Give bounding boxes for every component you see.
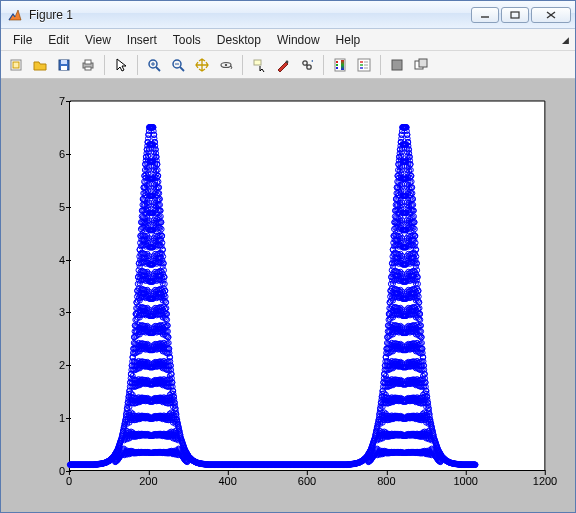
svg-rect-10 bbox=[85, 60, 91, 64]
print-button[interactable] bbox=[77, 54, 99, 76]
zoom-in-button[interactable] bbox=[143, 54, 165, 76]
svg-rect-1 bbox=[511, 12, 519, 18]
dock-chevron-icon[interactable]: ◢ bbox=[562, 29, 569, 50]
zoom-out-icon bbox=[170, 57, 186, 73]
pointer-button[interactable] bbox=[110, 54, 132, 76]
window-controls bbox=[471, 7, 571, 23]
data-cursor-button[interactable] bbox=[248, 54, 270, 76]
xtick: 1000 bbox=[453, 475, 477, 487]
ytick: 6 bbox=[47, 148, 65, 160]
titlebar: Figure 1 bbox=[1, 1, 575, 29]
xtick: 800 bbox=[377, 475, 395, 487]
minimize-button[interactable] bbox=[471, 7, 499, 23]
pan-button[interactable] bbox=[191, 54, 213, 76]
toolbar-separator bbox=[242, 55, 243, 75]
svg-line-13 bbox=[156, 67, 160, 71]
rotate-3d-button[interactable] bbox=[215, 54, 237, 76]
plot-series bbox=[70, 101, 545, 470]
svg-point-20 bbox=[225, 63, 227, 65]
menu-edit[interactable]: Edit bbox=[40, 29, 77, 50]
save-icon bbox=[56, 57, 72, 73]
new-figure-icon bbox=[8, 57, 24, 73]
ytick: 0 bbox=[47, 465, 65, 477]
show-tools-button[interactable] bbox=[410, 54, 432, 76]
hide-tools-icon bbox=[389, 57, 405, 73]
xtick: 600 bbox=[298, 475, 316, 487]
xtick: 0 bbox=[66, 475, 72, 487]
zoom-out-button[interactable] bbox=[167, 54, 189, 76]
close-icon bbox=[546, 11, 556, 19]
menu-file[interactable]: File bbox=[5, 29, 40, 50]
toolbar-separator bbox=[137, 55, 138, 75]
maximize-icon bbox=[510, 11, 520, 19]
ytick: 3 bbox=[47, 306, 65, 318]
brush-button[interactable] bbox=[272, 54, 294, 76]
matlab-icon bbox=[7, 7, 23, 23]
save-button[interactable] bbox=[53, 54, 75, 76]
window-title: Figure 1 bbox=[29, 8, 465, 22]
link-button[interactable] bbox=[296, 54, 318, 76]
toolbar-separator bbox=[380, 55, 381, 75]
legend-icon bbox=[356, 57, 372, 73]
ytick: 5 bbox=[47, 201, 65, 213]
ytick: 2 bbox=[47, 359, 65, 371]
xtick: 400 bbox=[218, 475, 236, 487]
svg-rect-30 bbox=[336, 67, 338, 69]
svg-rect-7 bbox=[61, 60, 67, 64]
ytick: 4 bbox=[47, 254, 65, 266]
svg-point-4006 bbox=[151, 132, 157, 138]
svg-rect-29 bbox=[336, 64, 338, 66]
svg-rect-8 bbox=[61, 66, 67, 70]
legend-button[interactable] bbox=[353, 54, 375, 76]
zoom-in-icon bbox=[146, 57, 162, 73]
show-tools-icon bbox=[413, 57, 429, 73]
maximize-button[interactable] bbox=[501, 7, 529, 23]
svg-line-17 bbox=[180, 67, 184, 71]
colorbar-button[interactable] bbox=[329, 54, 351, 76]
svg-rect-21 bbox=[254, 60, 261, 65]
figure-area: 01234567020040060080010001200 bbox=[1, 79, 575, 512]
xtick: 200 bbox=[139, 475, 157, 487]
svg-rect-11 bbox=[85, 67, 91, 70]
menu-tools[interactable]: Tools bbox=[165, 29, 209, 50]
ytick: 7 bbox=[47, 95, 65, 107]
data-cursor-icon bbox=[251, 57, 267, 73]
link-icon bbox=[299, 57, 315, 73]
figure-window: Figure 1 FileEditViewInsertToolsDesktopW… bbox=[0, 0, 576, 513]
svg-line-25 bbox=[306, 64, 307, 65]
brush-icon bbox=[275, 57, 291, 73]
minimize-icon bbox=[480, 11, 490, 19]
new-figure-button[interactable] bbox=[5, 54, 27, 76]
open-button[interactable] bbox=[29, 54, 51, 76]
axes[interactable] bbox=[69, 101, 545, 471]
xtick: 1200 bbox=[533, 475, 557, 487]
pan-icon bbox=[194, 57, 210, 73]
toolbar-separator bbox=[323, 55, 324, 75]
menu-insert[interactable]: Insert bbox=[119, 29, 165, 50]
menu-view[interactable]: View bbox=[77, 29, 119, 50]
svg-rect-27 bbox=[341, 60, 344, 70]
open-icon bbox=[32, 57, 48, 73]
svg-point-4319 bbox=[399, 132, 405, 138]
svg-point-4326 bbox=[404, 132, 410, 138]
toolbar-separator bbox=[104, 55, 105, 75]
pointer-icon bbox=[113, 57, 129, 73]
menubar: FileEditViewInsertToolsDesktopWindowHelp… bbox=[1, 29, 575, 51]
svg-point-22 bbox=[286, 60, 289, 63]
svg-point-3999 bbox=[146, 132, 152, 138]
rotate-3d-icon bbox=[218, 57, 234, 73]
svg-rect-40 bbox=[419, 59, 427, 67]
menu-desktop[interactable]: Desktop bbox=[209, 29, 269, 50]
toolbar bbox=[1, 51, 575, 79]
ytick: 1 bbox=[47, 412, 65, 424]
svg-rect-38 bbox=[392, 60, 402, 70]
colorbar-icon bbox=[332, 57, 348, 73]
close-button[interactable] bbox=[531, 7, 571, 23]
svg-rect-28 bbox=[336, 61, 338, 63]
hide-tools-button[interactable] bbox=[386, 54, 408, 76]
print-icon bbox=[80, 57, 96, 73]
svg-rect-5 bbox=[13, 62, 19, 68]
menu-help[interactable]: Help bbox=[328, 29, 369, 50]
menu-window[interactable]: Window bbox=[269, 29, 328, 50]
